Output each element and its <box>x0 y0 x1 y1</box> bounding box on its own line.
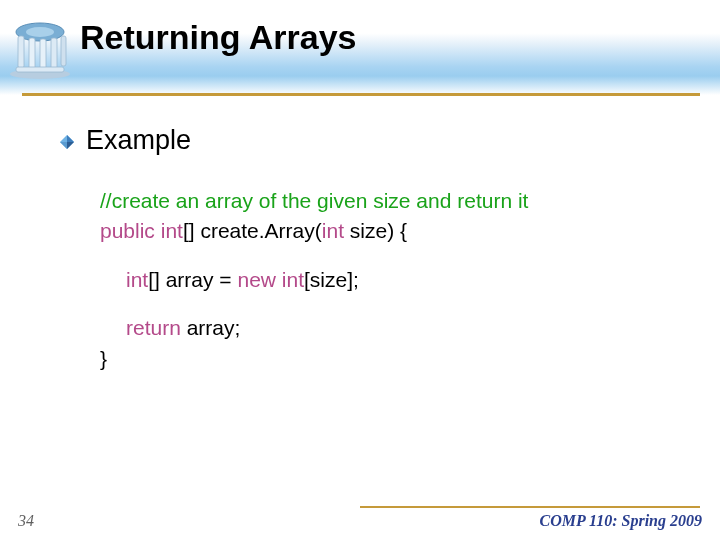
code-comment-line: //create an array of the given size and … <box>100 186 680 216</box>
footer-text: COMP 110: Spring 2009 <box>539 512 702 530</box>
kw-int: int <box>322 219 344 242</box>
kw-public: public <box>100 219 155 242</box>
kw-int: int <box>161 219 183 242</box>
diamond-bullet-icon <box>60 135 74 153</box>
svg-marker-11 <box>67 142 74 149</box>
svg-rect-4 <box>29 38 35 70</box>
svg-rect-6 <box>51 38 57 70</box>
slide: Returning Arrays Example //create an arr… <box>0 0 720 540</box>
code-decl-line: int[] array = new int[size]; <box>126 265 680 295</box>
code-blank-line <box>100 247 680 265</box>
code-comment: //create an array of the given size and … <box>100 189 528 212</box>
bullet-text: Example <box>86 125 191 156</box>
code-blank-line <box>100 295 680 313</box>
svg-marker-12 <box>60 142 67 149</box>
code-close-brace: } <box>100 344 680 374</box>
svg-marker-10 <box>67 135 74 142</box>
slide-title: Returning Arrays <box>80 18 356 57</box>
svg-rect-7 <box>61 36 66 66</box>
code-block: //create an array of the given size and … <box>100 186 680 374</box>
code-text: [] create.Array( <box>183 219 322 242</box>
title-divider <box>22 93 700 96</box>
kw-int: int <box>282 268 304 291</box>
svg-rect-3 <box>18 36 24 68</box>
footer-divider <box>360 506 700 508</box>
svg-rect-8 <box>16 67 64 72</box>
code-text: [] array = <box>148 268 237 291</box>
bullet-row: Example <box>60 125 680 156</box>
code-text: [size]; <box>304 268 359 291</box>
svg-rect-5 <box>40 39 46 70</box>
kw-return: return <box>126 316 181 339</box>
kw-new: new <box>237 268 276 291</box>
content-area: Example //create an array of the given s… <box>60 125 680 374</box>
code-text: size) { <box>344 219 407 242</box>
page-number: 34 <box>18 512 34 530</box>
kw-int: int <box>126 268 148 291</box>
logo-icon <box>6 18 74 80</box>
code-text: array; <box>181 316 241 339</box>
code-signature-line: public int[] create.Array(int size) { <box>100 216 680 246</box>
code-return-line: return array; <box>126 313 680 343</box>
svg-point-2 <box>26 27 54 37</box>
